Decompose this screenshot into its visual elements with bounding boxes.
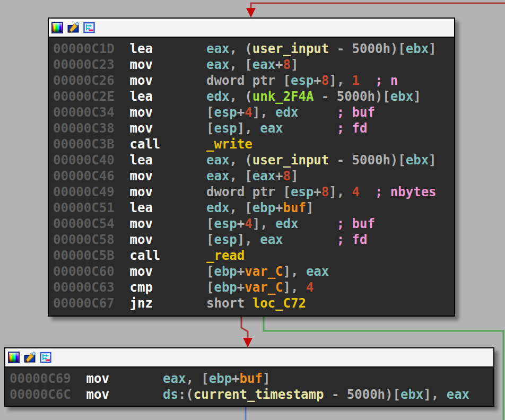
graph-view-icon[interactable] xyxy=(83,22,95,33)
asm-line[interactable]: 00000C49 mov dword ptr [esp+8], 4 ; nbyt… xyxy=(53,184,454,200)
graph-view-icon[interactable] xyxy=(40,352,51,363)
asm-line[interactable]: 00000C38 mov [esp], eax ; fd xyxy=(53,120,454,136)
asm-line[interactable]: 00000C63 cmp [ebp+var_C], 4 xyxy=(53,279,454,295)
edge-fallthrough-red xyxy=(241,317,248,339)
asm-line[interactable]: 00000C51 lea edx, [ebp+buf] xyxy=(53,200,454,216)
asm-line[interactable]: 00000C69 mov eax, [ebp+buf] xyxy=(10,371,493,387)
asm-line[interactable]: 00000C6C mov ds:(current_timestamp - 500… xyxy=(10,387,493,402)
asm-line[interactable]: 00000C2E lea edx, (unk_2F4A - 5000h)[ebx… xyxy=(53,89,454,104)
node-titlebar[interactable] xyxy=(49,19,454,38)
asm-line[interactable]: 00000C54 mov [esp+4], edx ; buf xyxy=(53,216,454,232)
color-palette-icon[interactable] xyxy=(8,352,20,363)
color-palette-icon[interactable] xyxy=(51,22,63,33)
edit-comment-icon[interactable] xyxy=(24,352,36,363)
asm-line[interactable]: 00000C46 mov eax, [eax+8] xyxy=(53,168,454,184)
asm-line[interactable]: 00000C26 mov dword ptr [esp+8], 1 ; n xyxy=(53,73,454,89)
asm-line[interactable]: 00000C34 mov [esp+4], edx ; buf xyxy=(53,104,454,120)
disasm-node-1[interactable]: 00000C1D lea eax, (user_input - 5000h)[e… xyxy=(48,18,455,317)
asm-line[interactable]: 00000C3B call _write xyxy=(53,136,454,152)
code-listing: 00000C1D lea eax, (user_input - 5000h)[e… xyxy=(49,38,454,311)
edit-comment-icon[interactable] xyxy=(67,22,79,33)
asm-line[interactable]: 00000C1D lea eax, (user_input - 5000h)[e… xyxy=(53,41,454,57)
node-titlebar[interactable] xyxy=(5,348,493,368)
asm-line[interactable]: 00000C60 mov [ebp+var_C], eax xyxy=(53,264,454,279)
asm-line[interactable]: 00000C23 mov eax, [eax+8] xyxy=(53,57,454,73)
disasm-node-2[interactable]: 00000C69 mov eax, [ebp+buf]00000C6C mov … xyxy=(4,347,494,407)
edge-incoming-red xyxy=(251,3,505,9)
asm-line[interactable]: 00000C5B call _read xyxy=(53,248,454,264)
edge-incoming-red-arrowhead xyxy=(246,8,256,18)
edge-fallthrough-red-arrowhead xyxy=(243,338,252,347)
code-listing: 00000C69 mov eax, [ebp+buf]00000C6C mov … xyxy=(5,368,493,402)
asm-line[interactable]: 00000C40 lea eax, (user_input - 5000h)[e… xyxy=(53,152,454,168)
asm-line[interactable]: 00000C58 mov [esp], eax ; fd xyxy=(53,232,454,248)
asm-line[interactable]: 00000C67 jnz short loc_C72 xyxy=(53,295,454,311)
